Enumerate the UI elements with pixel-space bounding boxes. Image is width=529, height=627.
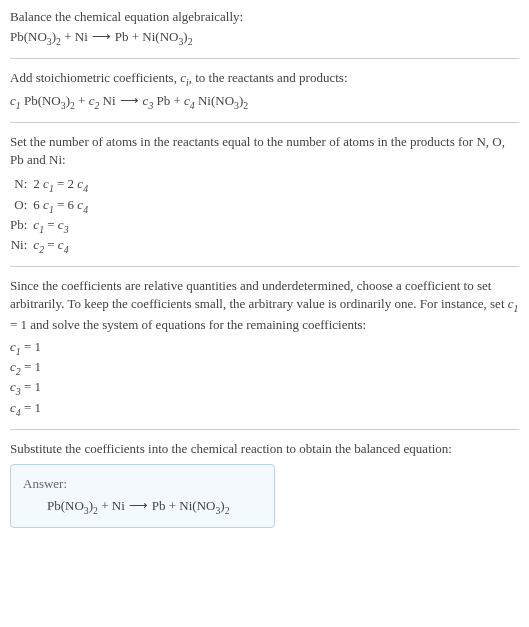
section-intro: Balance the chemical equation algebraica… xyxy=(10,8,519,48)
coefficient-value: c3 = 1 xyxy=(10,378,519,398)
reaction-arrow: ⟶ xyxy=(116,93,143,108)
atom-equation-row: Pb:c1 = c3 xyxy=(10,216,94,236)
species-ni: Ni xyxy=(112,498,125,513)
stoich-text: Add stoichiometric coefficients, ci, to … xyxy=(10,69,519,89)
atom-equation-row: O:6 c1 = 6 c4 xyxy=(10,196,94,216)
element-equation: 6 c1 = 6 c4 xyxy=(33,196,94,216)
element-label: Pb: xyxy=(10,216,33,236)
answer-label: Answer: xyxy=(23,475,262,493)
element-label: O: xyxy=(10,196,33,216)
divider xyxy=(10,429,519,430)
section-choose-coef: Since the coefficients are relative quan… xyxy=(10,277,519,419)
equation-balanced: Pb(NO3)2 + Ni⟶Pb + Ni(NO3)2 xyxy=(23,497,262,517)
plus-sign: + xyxy=(61,29,75,44)
divider xyxy=(10,122,519,123)
element-equation: 2 c1 = 2 c4 xyxy=(33,175,94,195)
plus-sign: + xyxy=(98,498,112,513)
element-label: Ni: xyxy=(10,236,33,256)
species-nino3: Ni(NO3)2 xyxy=(179,498,229,513)
element-label: N: xyxy=(10,175,33,195)
species-pb: Pb xyxy=(152,498,166,513)
plus-sign: + xyxy=(170,93,184,108)
plus-sign: + xyxy=(166,498,180,513)
atom-equations-table: N:2 c1 = 2 c4O:6 c1 = 6 c4Pb:c1 = c3Ni:c… xyxy=(10,175,94,256)
element-equation: c2 = c4 xyxy=(33,236,94,256)
equation-unbalanced: Pb(NO3)2 + Ni⟶Pb + Ni(NO3)2 xyxy=(10,28,519,48)
coefficient-solutions: c1 = 1c2 = 1c3 = 1c4 = 1 xyxy=(10,338,519,419)
choose-coef-text: Since the coefficients are relative quan… xyxy=(10,277,519,334)
species-pb: Pb xyxy=(157,93,171,108)
species-pbno3: Pb(NO3)2 xyxy=(10,29,61,44)
species-pbno3: Pb(NO3)2 xyxy=(24,93,75,108)
atom-balance-text: Set the number of atoms in the reactants… xyxy=(10,133,519,169)
element-equation: c1 = c3 xyxy=(33,216,94,236)
species-nino3: Ni(NO3)2 xyxy=(142,29,192,44)
intro-text: Balance the chemical equation algebraica… xyxy=(10,8,519,26)
section-atom-balance: Set the number of atoms in the reactants… xyxy=(10,133,519,256)
species-ni: Ni xyxy=(75,29,88,44)
coef-c4: c4 xyxy=(184,93,195,108)
atom-equation-row: N:2 c1 = 2 c4 xyxy=(10,175,94,195)
species-ni: Ni xyxy=(103,93,116,108)
plus-sign: + xyxy=(75,93,89,108)
species-pb: Pb xyxy=(115,29,129,44)
reaction-arrow: ⟶ xyxy=(125,498,152,513)
divider xyxy=(10,266,519,267)
answer-box: Answer: Pb(NO3)2 + Ni⟶Pb + Ni(NO3)2 xyxy=(10,464,275,528)
coef-c2: c2 xyxy=(89,93,100,108)
divider xyxy=(10,58,519,59)
substitute-text: Substitute the coefficients into the che… xyxy=(10,440,519,458)
coefficient-value: c2 = 1 xyxy=(10,358,519,378)
plus-sign: + xyxy=(129,29,143,44)
coefficient-value: c4 = 1 xyxy=(10,399,519,419)
species-nino3: Ni(NO3)2 xyxy=(198,93,248,108)
equation-with-coefficients: c1 Pb(NO3)2 + c2 Ni⟶c3 Pb + c4 Ni(NO3)2 xyxy=(10,92,519,112)
coef-c3: c3 xyxy=(143,93,154,108)
reaction-arrow: ⟶ xyxy=(88,29,115,44)
atom-equation-row: Ni:c2 = c4 xyxy=(10,236,94,256)
section-stoich: Add stoichiometric coefficients, ci, to … xyxy=(10,69,519,111)
coefficient-value: c1 = 1 xyxy=(10,338,519,358)
coef-symbol: ci xyxy=(180,70,189,85)
coef-c1: c1 xyxy=(10,93,21,108)
species-pbno3: Pb(NO3)2 xyxy=(47,498,98,513)
coef-symbol: c1 xyxy=(508,296,519,311)
section-substitute: Substitute the coefficients into the che… xyxy=(10,440,519,529)
